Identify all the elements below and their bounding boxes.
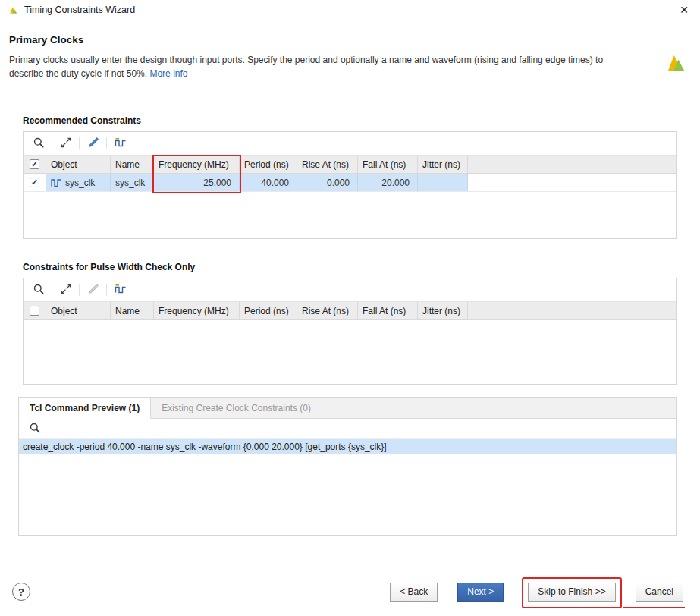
edit-button-disabled	[83, 281, 103, 299]
cell-object: sys_clk	[65, 178, 95, 188]
brand-logo-icon	[662, 49, 689, 77]
clock-waveform-icon	[51, 178, 61, 187]
select-all-checkbox[interactable]	[30, 159, 39, 169]
wizard-header: Primary Clocks Primary clocks usually en…	[0, 20, 700, 80]
column-header-frequency[interactable]: Frequency (MHz)	[154, 156, 240, 173]
select-all-checkbox[interactable]	[30, 306, 39, 316]
pulse-width-label: Constraints for Pulse Width Check Only	[23, 262, 700, 272]
toggle-selection-button[interactable]	[55, 281, 76, 299]
preview-empty-area	[19, 454, 676, 535]
create-clock-button[interactable]	[110, 134, 130, 152]
description-line2: describe the duty cycle if not 50%.	[9, 68, 147, 79]
page-title: Primary Clocks	[9, 34, 691, 46]
column-header-frequency[interactable]: Frequency (MHz)	[154, 302, 240, 319]
preview-tab-bar: Tcl Command Preview (1) Existing Create …	[19, 398, 676, 419]
pulse-width-table-header: Object Name Frequency (MHz) Period (ns) …	[24, 302, 676, 320]
toolbar-separator	[79, 284, 80, 296]
pulse-width-table-toolbar	[24, 278, 676, 302]
search-button[interactable]	[28, 281, 49, 299]
toolbar-separator	[52, 284, 52, 296]
search-button[interactable]	[24, 420, 45, 438]
back-button[interactable]: < Back	[390, 583, 438, 602]
next-button[interactable]: Next >	[457, 583, 504, 602]
column-header-fall-at[interactable]: Fall At (ns)	[358, 156, 418, 173]
create-clock-button[interactable]	[110, 281, 130, 299]
toolbar-separator	[106, 284, 107, 296]
toggle-selection-button[interactable]	[55, 134, 76, 152]
table-row[interactable]: sys_clk sys_clk 25.000 40.000 0.000 20.0…	[24, 174, 676, 192]
search-button[interactable]	[28, 134, 49, 152]
search-icon	[29, 422, 41, 436]
search-icon	[33, 283, 45, 297]
title-bar: Timing Constraints Wizard ✕	[0, 0, 700, 20]
tcl-command-row[interactable]: create_clock -period 40.000 -name sys_cl…	[19, 439, 676, 454]
column-header-object[interactable]: Object	[46, 302, 111, 319]
cancel-button[interactable]: Cancel	[636, 583, 683, 602]
preview-toolbar	[19, 419, 676, 439]
edit-pencil-icon	[87, 283, 99, 297]
toolbar-separator	[79, 137, 80, 149]
column-header-jitter[interactable]: Jitter (ns)	[418, 302, 468, 319]
description-line1: Primary clocks usually enter the design …	[9, 55, 603, 65]
column-header-jitter[interactable]: Jitter (ns)	[418, 156, 468, 173]
table-empty-area	[24, 320, 676, 384]
column-header-name[interactable]: Name	[111, 156, 154, 173]
close-icon[interactable]: ✕	[676, 3, 692, 17]
cell-period[interactable]: 40.000	[240, 174, 297, 191]
search-icon	[33, 137, 45, 151]
toolbar-separator	[52, 137, 52, 149]
column-header-rise-at[interactable]: Rise At (ns)	[297, 156, 358, 173]
footer-bar: ? < Back Next > Skip to Finish >> Cancel	[0, 567, 700, 616]
page-description: Primary clocks usually enter the design …	[9, 53, 652, 80]
recommended-constraints-label: Recommended Constraints	[23, 115, 700, 126]
cell-frequency[interactable]: 25.000	[154, 174, 240, 191]
waveform-icon	[115, 283, 127, 297]
recommended-table-toolbar	[24, 132, 676, 156]
toggle-arrows-icon	[60, 137, 72, 151]
column-header-fall-at[interactable]: Fall At (ns)	[358, 302, 418, 319]
toolbar-separator	[106, 137, 107, 149]
cell-jitter[interactable]	[418, 174, 468, 191]
cell-fall-at[interactable]: 20.000	[358, 174, 418, 191]
app-logo-icon	[8, 5, 19, 16]
help-icon[interactable]: ?	[12, 583, 30, 601]
edit-pencil-icon	[87, 137, 99, 151]
more-info-link[interactable]: More info	[149, 68, 187, 79]
cancel-highlight-annotation	[623, 607, 685, 608]
cell-rise-at[interactable]: 0.000	[297, 174, 358, 191]
column-header-object[interactable]: Object	[46, 156, 111, 173]
cell-name: sys_clk	[111, 174, 154, 191]
window-title: Timing Constraints Wizard	[24, 5, 135, 15]
column-header-name[interactable]: Name	[111, 302, 154, 319]
table-empty-area	[24, 192, 676, 238]
tab-tcl-command-preview[interactable]: Tcl Command Preview (1)	[19, 398, 151, 419]
waveform-icon	[115, 137, 127, 151]
recommended-constraints-table: Object Name Frequency (MHz) Period (ns) …	[23, 131, 677, 239]
column-header-period[interactable]: Period (ns)	[240, 302, 297, 319]
toggle-arrows-icon	[60, 283, 72, 297]
recommended-table-header: Object Name Frequency (MHz) Period (ns) …	[24, 156, 676, 174]
row-checkbox[interactable]	[30, 178, 39, 187]
pulse-width-table: Object Name Frequency (MHz) Period (ns) …	[23, 278, 677, 385]
column-header-period[interactable]: Period (ns)	[240, 156, 297, 173]
tcl-preview-panel: Tcl Command Preview (1) Existing Create …	[18, 397, 677, 536]
skip-to-finish-button[interactable]: Skip to Finish >>	[528, 583, 615, 602]
column-header-rise-at[interactable]: Rise At (ns)	[297, 302, 358, 319]
tab-existing-constraints[interactable]: Existing Create Clock Constraints (0)	[151, 398, 322, 418]
edit-button[interactable]	[83, 134, 103, 152]
